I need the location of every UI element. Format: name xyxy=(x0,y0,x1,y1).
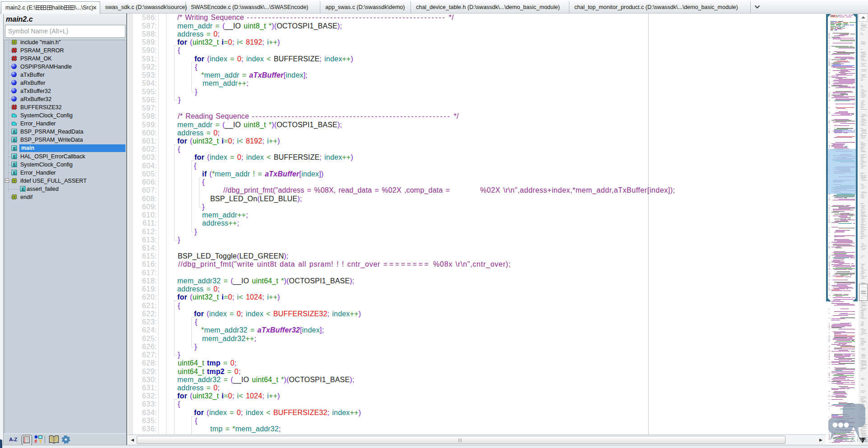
svg-text:T: T xyxy=(39,439,42,444)
svg-text:#: # xyxy=(34,439,37,444)
